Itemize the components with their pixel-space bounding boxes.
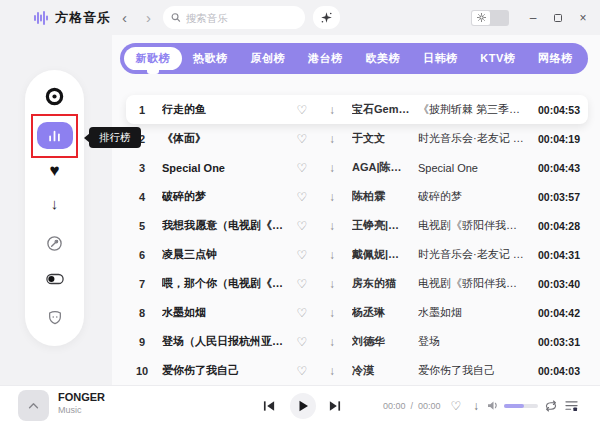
like-icon[interactable]: ♡ xyxy=(294,306,310,320)
next-icon xyxy=(328,400,341,412)
theme-toggle[interactable] xyxy=(471,10,509,26)
download-cell-icon[interactable]: ↓ xyxy=(324,306,340,320)
search-input[interactable] xyxy=(186,12,297,24)
repeat-button[interactable] xyxy=(543,386,559,424)
song-title[interactable]: 凌晨三点钟 xyxy=(162,247,288,262)
sidebar-item-ranking[interactable] xyxy=(37,122,73,149)
nav-back-button[interactable]: ‹ xyxy=(122,0,127,35)
play-button[interactable] xyxy=(290,393,316,419)
previous-button[interactable] xyxy=(260,386,278,424)
song-album[interactable]: 水墨如烟 xyxy=(418,305,526,320)
song-artist[interactable]: 刘德华 xyxy=(352,334,410,349)
song-row[interactable]: 6 凌晨三点钟 ♡ ↓ 戴佩妮|张智成 时光音乐会·老友记 第2期 00:04:… xyxy=(126,240,588,269)
sidebar-item-settings[interactable] xyxy=(25,309,84,325)
like-icon[interactable]: ♡ xyxy=(294,190,310,204)
like-icon[interactable]: ♡ xyxy=(294,103,310,117)
tab-热歌榜[interactable]: 热歌榜 xyxy=(182,47,240,70)
download-cell-icon[interactable]: ↓ xyxy=(324,364,340,378)
song-title[interactable]: 破碎的梦 xyxy=(162,189,288,204)
song-row[interactable]: 2 《体面》 ♡ ↓ 于文文 时光音乐会·老友记 第1期 00:04:19 xyxy=(126,124,588,153)
like-icon[interactable]: ♡ xyxy=(294,335,310,349)
maximize-button[interactable] xyxy=(549,7,567,29)
download-cell-icon[interactable]: ↓ xyxy=(324,190,340,204)
tab-KTV榜[interactable]: KTV榜 xyxy=(469,47,527,70)
download-cell-icon[interactable]: ↓ xyxy=(324,335,340,349)
minimize-button[interactable]: – xyxy=(524,7,542,29)
song-album[interactable]: 破碎的梦 xyxy=(418,189,526,204)
song-row[interactable]: 10 爱你伤了我自己 ♡ ↓ 冷漠 爱你伤了我自己 00:04:03 xyxy=(126,356,588,385)
nav-forward-button[interactable]: › xyxy=(146,0,151,35)
volume-button[interactable] xyxy=(486,386,500,424)
close-button[interactable]: × xyxy=(574,7,592,29)
sidebar-item-favorites[interactable]: ♥ xyxy=(25,162,84,179)
song-album[interactable]: 时光音乐会·老友记 第2期 xyxy=(418,247,526,262)
like-icon[interactable]: ♡ xyxy=(294,219,310,233)
player-download-button[interactable]: ↓ xyxy=(468,386,484,424)
song-title[interactable]: 登场（人民日报杭州亚运助威曲） xyxy=(162,334,288,349)
song-row[interactable]: 5 我想我愿意（电视剧《骄阳伴我》... ♡ ↓ 王铮亮|林凡 电视剧《骄阳伴我… xyxy=(126,211,588,240)
download-cell-icon[interactable]: ↓ xyxy=(324,219,340,233)
download-cell-icon[interactable]: ↓ xyxy=(324,248,340,262)
sparkle-button[interactable] xyxy=(313,6,340,29)
playlist-button[interactable] xyxy=(563,386,579,424)
player-like-button[interactable]: ♡ xyxy=(448,386,464,424)
previous-icon xyxy=(263,400,276,412)
song-artist[interactable]: AGA|陈奕迅 xyxy=(352,160,410,175)
song-album[interactable]: 爱你伤了我自己 xyxy=(418,363,526,378)
download-cell-icon[interactable]: ↓ xyxy=(324,132,340,146)
song-title[interactable]: 《体面》 xyxy=(162,131,288,146)
search-box[interactable] xyxy=(163,6,305,29)
sidebar-item-music[interactable] xyxy=(25,87,84,106)
song-title[interactable]: 行走的鱼 xyxy=(162,102,288,117)
tab-网络榜[interactable]: 网络榜 xyxy=(527,47,585,70)
download-cell-icon[interactable]: ↓ xyxy=(324,103,340,117)
song-artist[interactable]: 戴佩妮|张智成 xyxy=(352,247,410,262)
song-artist[interactable]: 房东的猫 xyxy=(352,276,410,291)
song-title[interactable]: Special One xyxy=(162,162,288,174)
song-artist[interactable]: 陈柏霖 xyxy=(352,189,410,204)
song-artist[interactable]: 于文文 xyxy=(352,131,410,146)
song-row[interactable]: 4 破碎的梦 ♡ ↓ 陈柏霖 破碎的梦 00:03:57 xyxy=(126,182,588,211)
song-row[interactable]: 3 Special One ♡ ↓ AGA|陈奕迅 Special One 00… xyxy=(126,153,588,182)
song-title[interactable]: 爱你伤了我自己 xyxy=(162,363,288,378)
song-row[interactable]: 9 登场（人民日报杭州亚运助威曲） ♡ ↓ 刘德华 登场 00:03:31 xyxy=(126,327,588,356)
volume-slider[interactable] xyxy=(504,404,538,408)
song-title[interactable]: 我想我愿意（电视剧《骄阳伴我》... xyxy=(162,218,288,233)
album-thumbnail[interactable] xyxy=(18,390,49,421)
player-bar: FONGER Music 00:00 / 00:00 ♡ ↓ xyxy=(0,385,600,424)
song-row[interactable]: 8 水墨如烟 ♡ ↓ 杨丞琳 水墨如烟 00:04:42 xyxy=(126,298,588,327)
like-icon[interactable]: ♡ xyxy=(294,277,310,291)
tab-日韩榜[interactable]: 日韩榜 xyxy=(412,47,470,70)
tab-label: KTV榜 xyxy=(480,51,515,66)
like-icon[interactable]: ♡ xyxy=(294,132,310,146)
like-icon[interactable]: ♡ xyxy=(294,248,310,262)
song-album[interactable]: 电视剧《骄阳伴我》影视原声大碟 xyxy=(418,218,526,233)
song-artist[interactable]: 宝石Gem|李... xyxy=(352,102,410,117)
song-title[interactable]: 水墨如烟 xyxy=(162,305,288,320)
song-duration: 00:03:57 xyxy=(526,191,580,203)
download-cell-icon[interactable]: ↓ xyxy=(324,277,340,291)
like-icon[interactable]: ♡ xyxy=(294,161,310,175)
song-album[interactable]: Special One xyxy=(418,162,526,174)
song-album[interactable]: 时光音乐会·老友记 第1期 xyxy=(418,131,526,146)
song-artist[interactable]: 杨丞琳 xyxy=(352,305,410,320)
tab-新歌榜[interactable]: 新歌榜 xyxy=(124,47,182,70)
song-album[interactable]: 电视剧《骄阳伴我》影视原声大碟 xyxy=(418,276,526,291)
tab-原创榜[interactable]: 原创榜 xyxy=(239,47,297,70)
tab-欧美榜[interactable]: 欧美榜 xyxy=(354,47,412,70)
download-cell-icon[interactable]: ↓ xyxy=(324,161,340,175)
sidebar-item-recent[interactable] xyxy=(25,235,84,252)
song-title[interactable]: 喂，那个你（电视剧《骄阳伴我》... xyxy=(162,276,288,291)
song-artist[interactable]: 冷漠 xyxy=(352,363,410,378)
sidebar-item-downloads[interactable]: ↓ xyxy=(25,196,84,211)
song-album[interactable]: 《披荆斩棘 第三季》第4期 xyxy=(418,102,526,117)
song-album[interactable]: 登场 xyxy=(418,334,526,349)
song-row[interactable]: 1 行走的鱼 ♡ ↓ 宝石Gem|李... 《披荆斩棘 第三季》第4期 00:0… xyxy=(126,95,588,124)
next-button[interactable] xyxy=(325,386,343,424)
like-icon[interactable]: ♡ xyxy=(294,364,310,378)
song-artist[interactable]: 王铮亮|林凡 xyxy=(352,218,410,233)
tab-港台榜[interactable]: 港台榜 xyxy=(297,47,355,70)
song-row[interactable]: 7 喂，那个你（电视剧《骄阳伴我》... ♡ ↓ 房东的猫 电视剧《骄阳伴我》影… xyxy=(126,269,588,298)
track-subtitle: Music xyxy=(58,405,105,415)
sidebar-item-mode[interactable] xyxy=(25,273,84,285)
